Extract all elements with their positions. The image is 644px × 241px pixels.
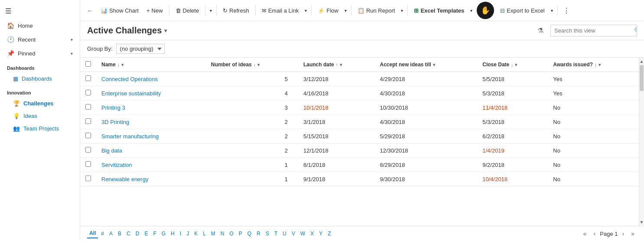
run-report-chevron[interactable]: ▾ xyxy=(399,6,405,15)
sidebar-item-team-projects[interactable]: 👥 Team Projects xyxy=(0,122,80,135)
alpha-link-R[interactable]: R xyxy=(254,229,263,238)
sidebar-item-challenges[interactable]: 🏆 Challenges xyxy=(0,97,80,110)
more-options-button[interactable]: ⋮ xyxy=(560,4,572,17)
row-name-cell-7[interactable]: Renewable energy xyxy=(96,172,206,186)
alpha-link-H[interactable]: H xyxy=(169,229,177,238)
email-link-button[interactable]: ✉ Email a Link xyxy=(258,5,302,16)
row-name-cell-2[interactable]: Printing 3 xyxy=(96,101,206,115)
page-next-button[interactable]: › xyxy=(620,229,627,238)
scroll-track[interactable] xyxy=(639,65,644,218)
excel-templates-button[interactable]: ⊞ Excel Templates xyxy=(410,5,468,16)
page-title-chevron-icon[interactable]: ▾ xyxy=(164,28,167,34)
row-checkbox-5[interactable] xyxy=(85,147,91,153)
alpha-link-V[interactable]: V xyxy=(289,229,297,238)
row-name-cell-4[interactable]: Smarter manufacturing xyxy=(96,129,206,143)
alpha-link-O[interactable]: O xyxy=(228,229,236,238)
alpha-link-A[interactable]: A xyxy=(107,229,115,238)
alpha-link-U[interactable]: U xyxy=(280,229,289,238)
row-checkbox-0[interactable] xyxy=(85,75,91,81)
th-name[interactable]: Name ↓ ▾ xyxy=(96,58,206,72)
row-checkbox-6[interactable] xyxy=(85,161,91,167)
sidebar-item-ideas[interactable]: 💡 Ideas xyxy=(0,110,80,122)
alpha-link-S[interactable]: S xyxy=(263,229,271,238)
sidebar-item-recent[interactable]: 🕐 Recent ▾ xyxy=(0,33,80,46)
alpha-link-Y[interactable]: Y xyxy=(317,229,325,238)
alpha-link-B[interactable]: B xyxy=(116,229,124,238)
sidebar-item-dashboards[interactable]: ▦ Dashboards xyxy=(0,72,80,85)
alpha-link-#[interactable]: # xyxy=(99,229,106,238)
alpha-link-Z[interactable]: Z xyxy=(325,229,333,238)
alpha-link-I[interactable]: I xyxy=(178,229,183,238)
scroll-thumb[interactable] xyxy=(640,65,644,91)
th-num-ideas[interactable]: Number of ideas ↓ ▾ xyxy=(206,58,298,72)
page-nav: « ‹ Page 1 › » xyxy=(581,229,637,238)
search-input[interactable] xyxy=(551,25,631,36)
alpha-link-Q[interactable]: Q xyxy=(245,229,254,238)
row-launch-date-cell-0: 3/12/2018 xyxy=(298,72,375,86)
alpha-link-E[interactable]: E xyxy=(142,229,150,238)
row-name-cell-5[interactable]: Big data xyxy=(96,143,206,158)
delete-chevron[interactable]: ▾ xyxy=(208,6,214,15)
alpha-link-M[interactable]: M xyxy=(209,229,218,238)
th-awards-issued[interactable]: Awards issued? ↓ ▾ xyxy=(548,58,639,72)
excel-templates-chevron[interactable]: ▾ xyxy=(468,6,474,15)
row-name-cell-1[interactable]: Enterprise sustainability xyxy=(96,86,206,101)
alpha-link-N[interactable]: N xyxy=(218,229,227,238)
row-name-cell-3[interactable]: 3D Printing xyxy=(96,115,206,129)
th-close-date[interactable]: Close Date ↓ ▾ xyxy=(477,58,548,72)
show-chart-button[interactable]: 📊 Show Chart xyxy=(97,5,142,16)
sidebar-item-home[interactable]: 🏠 Home xyxy=(0,19,80,33)
groupby-select[interactable]: (no grouping) xyxy=(116,44,165,54)
back-button[interactable]: ← xyxy=(84,5,96,16)
pagination-bar: All#ABCDEFGHIJKLMNOPQRSTUVWXYZ « ‹ Page … xyxy=(80,226,644,241)
alpha-link-P[interactable]: P xyxy=(237,229,244,238)
email-chevron[interactable]: ▾ xyxy=(303,6,309,15)
row-num-ideas-cell-3: 2 xyxy=(206,115,298,129)
run-report-label: Run Report xyxy=(366,7,395,14)
row-checkbox-4[interactable] xyxy=(85,133,91,138)
filter-button[interactable]: ⚗ xyxy=(534,25,547,36)
export-excel-button[interactable]: ⊟ Export to Excel xyxy=(497,5,548,16)
page-last-button[interactable]: » xyxy=(628,229,637,238)
alpha-link-C[interactable]: C xyxy=(124,229,133,238)
search-button[interactable]: 🔍 xyxy=(631,25,637,36)
delete-button[interactable]: 🗑 Delete xyxy=(172,5,203,16)
alpha-link-G[interactable]: G xyxy=(159,229,168,238)
th-checkbox[interactable] xyxy=(80,58,96,72)
flow-button[interactable]: ⚡ Flow xyxy=(314,5,342,16)
scroll-up-arrow[interactable]: ▲ xyxy=(639,58,644,65)
row-checkbox-1[interactable] xyxy=(85,90,91,95)
sidebar-item-pinned[interactable]: 📌 Pinned ▾ xyxy=(0,46,80,60)
alpha-link-All[interactable]: All xyxy=(87,229,98,238)
run-report-button[interactable]: 📋 Run Report xyxy=(354,5,398,16)
flow-chevron[interactable]: ▾ xyxy=(343,6,348,15)
row-name-cell-0[interactable]: Connected Operations xyxy=(96,72,206,86)
hamburger-menu[interactable]: ☰ xyxy=(0,3,80,19)
alpha-link-L[interactable]: L xyxy=(201,229,208,238)
th-launch-date[interactable]: Launch date ↑ ▾ xyxy=(298,58,375,72)
alpha-link-X[interactable]: X xyxy=(308,229,316,238)
page-prev-button[interactable]: ‹ xyxy=(591,229,598,238)
scroll-down-arrow[interactable]: ▼ xyxy=(639,218,644,226)
refresh-icon: ↻ xyxy=(223,7,228,14)
row-checkbox-2[interactable] xyxy=(85,104,91,110)
alpha-link-T[interactable]: T xyxy=(272,229,280,238)
refresh-button[interactable]: ↻ Refresh xyxy=(219,5,253,16)
row-checkbox-3[interactable] xyxy=(85,118,91,124)
th-accept-till[interactable]: Accept new ideas till ▾ xyxy=(375,58,478,72)
select-all-checkbox[interactable] xyxy=(85,61,91,67)
alpha-link-K[interactable]: K xyxy=(192,229,200,238)
alpha-link-W[interactable]: W xyxy=(298,229,307,238)
table-container: Name ↓ ▾ Number of ideas ↓ ▾ xyxy=(80,58,639,226)
alpha-link-F[interactable]: F xyxy=(151,229,158,238)
row-name-cell-6[interactable]: Servitization xyxy=(96,158,206,172)
page-first-button[interactable]: « xyxy=(581,229,589,238)
innovation-section-header: Innovation xyxy=(0,85,80,97)
export-chevron[interactable]: ▾ xyxy=(549,6,555,15)
alpha-link-J[interactable]: J xyxy=(184,229,191,238)
row-checkbox-cell-2 xyxy=(80,101,96,115)
row-checkbox-7[interactable] xyxy=(85,176,91,181)
scrollbar[interactable]: ▲ ▼ xyxy=(639,58,644,226)
new-button[interactable]: + New xyxy=(143,5,166,16)
alpha-link-D[interactable]: D xyxy=(133,229,142,238)
